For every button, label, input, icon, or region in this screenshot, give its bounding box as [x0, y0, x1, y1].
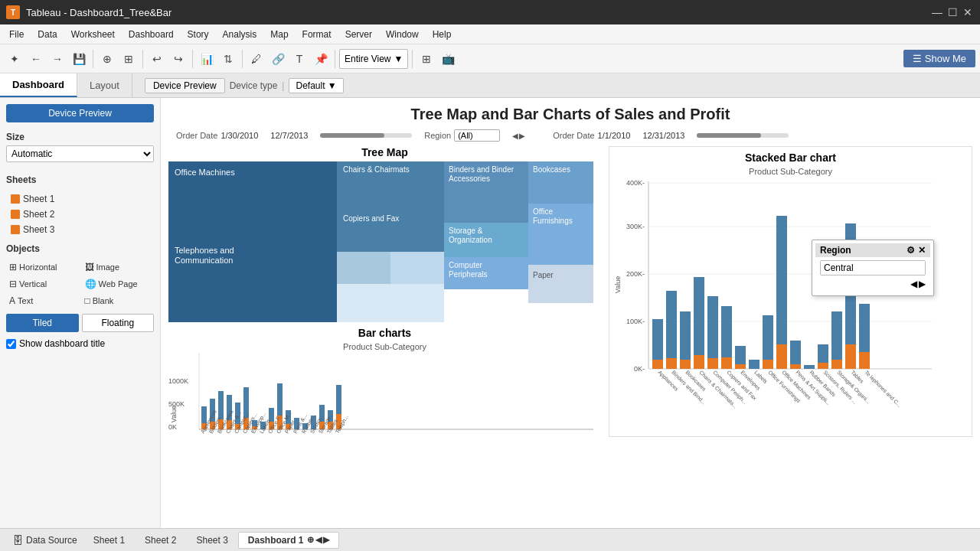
toolbar-highlight[interactable]: 🖊 — [247, 49, 266, 69]
dashboard-nav-left-icon[interactable]: ◀ — [315, 535, 322, 545]
bar-chart-svg[interactable]: 0K 500K 1000K — [168, 353, 593, 452]
toolbar-split[interactable]: ⊞ — [119, 49, 139, 69]
order-date-slider[interactable] — [320, 133, 412, 138]
database-icon: 🗄 — [12, 534, 23, 546]
sb-computer-orange — [707, 358, 718, 369]
toolbar-forward[interactable]: → — [47, 49, 67, 69]
data-source-tab[interactable]: 🗄 Data Source — [6, 534, 83, 546]
toolbar-save[interactable]: 💾 — [69, 49, 89, 69]
treemap-svg[interactable]: Office Machines Chairs & Chairmats Binde… — [168, 161, 593, 322]
toolbar-link[interactable]: 🔗 — [268, 49, 288, 69]
stacked-ylabel-200k: 200K- — [626, 270, 645, 278]
treemap-cell-small3[interactable] — [337, 284, 444, 322]
title-bar: T Tableau - Dashboard1_Tree&Bar — ☐ ✕ — [0, 0, 980, 24]
menu-dashboard[interactable]: Dashboard — [122, 28, 180, 41]
status-sheet2[interactable]: Sheet 2 — [135, 532, 186, 549]
toolbar-grid[interactable]: ⊞ — [416, 49, 436, 69]
obj-vertical[interactable]: ⊟ Vertical — [6, 277, 79, 291]
treemap-label-copiers: Copiers and Fax — [343, 214, 399, 223]
order-date2-slider-fill — [697, 133, 761, 138]
tab-layout[interactable]: Layout — [77, 73, 132, 97]
region-right-arrow[interactable]: ▶ — [519, 132, 525, 140]
tiled-floating-controls: Tiled Floating — [6, 314, 154, 332]
device-type-dropdown[interactable]: Default ▼ — [289, 78, 343, 93]
menu-format[interactable]: Format — [296, 28, 338, 41]
dashboard-tab-controls: ⊕ ◀ ▶ — [307, 535, 329, 545]
menu-analysis[interactable]: Analysis — [217, 28, 263, 41]
menu-map[interactable]: Map — [264, 28, 294, 41]
sheet2-icon — [11, 210, 20, 219]
entire-view-label: Entire View — [345, 54, 390, 64]
status-dashboard1[interactable]: Dashboard 1 ⊕ ◀ ▶ — [238, 532, 339, 549]
left-charts: Tree Map Office Machines Chairs & Chairm… — [168, 146, 601, 437]
obj-webpage[interactable]: 🌐 Web Page — [82, 277, 155, 291]
obj-text[interactable]: A Text — [6, 294, 79, 308]
show-title-checkbox[interactable] — [6, 339, 16, 349]
dashboard-nav-right-icon[interactable]: ▶ — [323, 535, 329, 545]
region-popup-settings-icon[interactable]: ⚙ — [906, 245, 915, 256]
menu-window[interactable]: Window — [380, 28, 425, 41]
status-sheet3[interactable]: Sheet 3 — [186, 532, 237, 549]
stacked-bar-svg[interactable]: 0K- 100K- 200K- 300K- 400K- Value — [614, 178, 932, 422]
sheet3-item[interactable]: Sheet 3 — [6, 222, 154, 237]
treemap-cell-small2[interactable] — [390, 252, 444, 284]
floating-button[interactable]: Floating — [82, 314, 155, 332]
menu-worksheet[interactable]: Worksheet — [65, 28, 121, 41]
sidebar-device-preview-button[interactable]: Device Preview — [6, 104, 154, 122]
region-popup-next[interactable]: ▶ — [919, 279, 926, 289]
treemap-label-furnishings2: Furnishings — [533, 217, 573, 225]
menu-story[interactable]: Story — [181, 28, 215, 41]
toolbar-pin[interactable]: 📌 — [311, 49, 331, 69]
order-date-slider-fill — [320, 133, 384, 138]
region-left-arrow[interactable]: ◀ — [512, 132, 518, 140]
tab-dashboard[interactable]: Dashboard — [0, 73, 77, 97]
obj-blank[interactable]: □ Blank — [82, 294, 155, 308]
treemap-label-chairs: Chairs & Chairmats — [343, 165, 410, 174]
toolbar-redo[interactable]: ↪ — [168, 49, 188, 69]
toolbar-back[interactable]: ← — [26, 49, 46, 69]
treemap-label-binders2: Accessories — [449, 174, 490, 183]
objects-grid: ⊞ Horizontal 🖼 Image ⊟ Vertical 🌐 Web Pa… — [6, 260, 154, 308]
toolbar-sep4 — [242, 50, 243, 68]
device-preview-button[interactable]: Device Preview — [145, 78, 225, 93]
menu-data[interactable]: Data — [31, 28, 63, 41]
obj-image[interactable]: 🖼 Image — [82, 260, 155, 274]
entire-view-dropdown[interactable]: Entire View ▼ — [339, 49, 408, 69]
toolbar-sort[interactable]: ⇅ — [218, 49, 238, 69]
toolbar-present[interactable]: 📺 — [438, 49, 458, 69]
sheet1-item[interactable]: Sheet 1 — [6, 191, 154, 207]
region-popup-close-icon[interactable]: ✕ — [918, 245, 926, 256]
menu-file[interactable]: File — [3, 28, 30, 41]
region-popup-prev[interactable]: ◀ — [910, 279, 917, 289]
vertical-icon: ⊟ — [9, 279, 17, 289]
status-sheet1[interactable]: Sheet 1 — [83, 532, 135, 549]
bar-charts-container: Bar charts Product Sub-Category 0K 500K … — [168, 327, 601, 452]
sheets-section-title: Sheets — [6, 174, 154, 185]
sheet2-item[interactable]: Sheet 2 — [6, 207, 154, 222]
menu-server[interactable]: Server — [339, 28, 378, 41]
minimize-button[interactable]: — — [931, 6, 943, 18]
size-select[interactable]: Automatic — [6, 145, 154, 162]
close-button[interactable]: ✕ — [962, 6, 974, 18]
dashboard-add-icon[interactable]: ⊕ — [307, 535, 314, 545]
treemap-cell-small1[interactable] — [337, 252, 390, 284]
sidebar-size-control: Automatic — [6, 145, 154, 162]
menu-help[interactable]: Help — [426, 28, 458, 41]
show-title-control: Show dashboard title — [6, 338, 154, 349]
region-popup-input[interactable] — [820, 260, 926, 276]
toolbar-label[interactable]: T — [289, 49, 309, 69]
main-area: Device Preview Size Automatic Sheets She… — [0, 98, 980, 528]
data-source-label: Data Source — [26, 535, 77, 546]
tiled-button[interactable]: Tiled — [6, 314, 79, 332]
toolbar-add[interactable]: ⊕ — [97, 49, 117, 69]
maximize-button[interactable]: ☐ — [946, 6, 959, 18]
show-me-label: Show Me — [925, 53, 966, 64]
obj-horizontal[interactable]: ⊞ Horizontal — [6, 260, 79, 274]
sb-officemach-orange — [776, 344, 787, 369]
toolbar-star[interactable]: ✦ — [5, 49, 24, 69]
show-me-button[interactable]: ☰ Show Me — [903, 50, 975, 67]
toolbar-chart[interactable]: 📊 — [197, 49, 217, 69]
order-date2-slider[interactable] — [697, 133, 789, 138]
region-dropdown[interactable]: (All) — [454, 129, 500, 142]
toolbar-undo[interactable]: ↩ — [147, 49, 167, 69]
